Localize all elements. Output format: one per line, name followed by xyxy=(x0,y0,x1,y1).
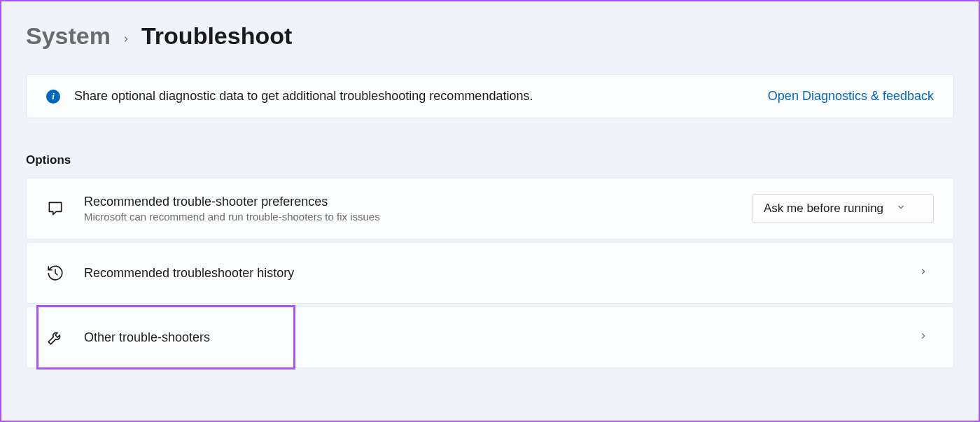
dropdown-selected-value: Ask me before running xyxy=(764,202,883,216)
info-icon: i xyxy=(46,90,60,104)
comment-icon xyxy=(46,199,64,218)
diagnostics-feedback-link[interactable]: Open Diagnostics & feedback xyxy=(768,89,934,104)
preferences-dropdown[interactable]: Ask me before running xyxy=(752,194,934,223)
info-banner-text: Share optional diagnostic data to get ad… xyxy=(74,89,754,104)
wrench-icon xyxy=(46,328,64,346)
page-title: Troubleshoot xyxy=(141,22,292,50)
breadcrumb-parent[interactable]: System xyxy=(26,22,111,50)
breadcrumb: System Troubleshoot xyxy=(26,22,954,50)
option-preferences[interactable]: Recommended trouble-shooter preferences … xyxy=(26,178,954,239)
option-title: Other trouble-shooters xyxy=(84,330,899,345)
option-content: Recommended troubleshooter history xyxy=(84,266,899,281)
option-content: Other trouble-shooters xyxy=(84,330,899,345)
option-content: Recommended trouble-shooter preferences … xyxy=(84,195,732,223)
history-icon xyxy=(46,264,64,282)
options-heading: Options xyxy=(26,153,954,167)
option-title: Recommended troubleshooter history xyxy=(84,266,899,281)
option-history[interactable]: Recommended troubleshooter history xyxy=(26,242,954,304)
chevron-right-icon xyxy=(918,267,928,279)
chevron-down-icon xyxy=(896,202,906,216)
option-other-troubleshooters[interactable]: Other trouble-shooters xyxy=(26,307,954,368)
option-subtitle: Microsoft can recommend and run trouble-… xyxy=(84,211,732,223)
option-title: Recommended trouble-shooter preferences xyxy=(84,195,732,209)
info-banner: i Share optional diagnostic data to get … xyxy=(26,74,954,118)
chevron-right-icon xyxy=(121,30,131,48)
chevron-right-icon xyxy=(918,331,928,344)
